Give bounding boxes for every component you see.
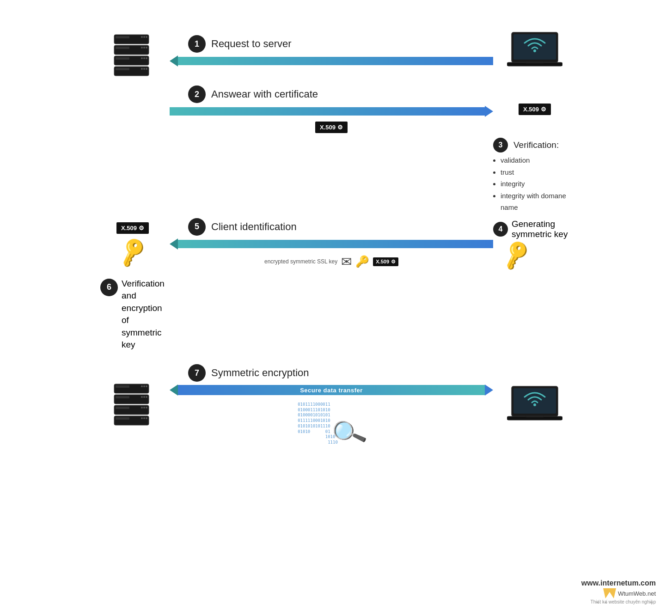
svg-rect-26 [116,385,129,388]
step6-left: 6 Verification and encryption of symmetr… [96,278,170,352]
svg-point-22 [533,49,536,52]
svg-marker-50 [603,588,616,598]
svg-rect-16 [116,68,129,70]
step5-text: Client identification [211,221,297,233]
step7-sublabel: Secure data transfer [300,387,363,394]
step5-center: 5 Client identification encrypted symmet… [170,218,493,269]
step7-shaft: Secure data transfer [178,385,485,395]
key-icon-step5: 🔑 [355,255,369,268]
svg-point-32 [141,396,143,398]
verif-item-4: integrity with domane name [501,190,576,213]
key-icon-left: 🔑 [115,235,150,269]
step1-center: 1 Request to server [170,35,493,67]
step6-row: 6 Verification and encryption of symmetr… [96,278,576,352]
step6-text: Verification and encryption of symmetric… [122,278,170,352]
svg-point-33 [143,396,145,398]
step2-label: 2 Answear with certificate [188,85,493,103]
step4-label-row: 4 Generating symmetric key [493,219,576,239]
svg-rect-1 [116,36,129,38]
watermark-brand-row: WtumWeb.net [581,588,656,598]
laptop-right-1 [493,30,576,72]
svg-point-44 [146,417,147,419]
cert-gear-2: ⚙ [337,124,343,131]
step7-circle: 7 [188,364,206,382]
watermark-brand: WtumWeb.net [618,590,656,597]
diagram-container: 1 Request to server [82,0,590,472]
step7-row: 7 Symmetric encryption Secure data trans… [96,364,576,445]
step3-row: 3 Verification: validation trust integri… [96,138,576,213]
svg-point-12 [141,57,143,59]
step7-arrowhead-left [170,384,178,396]
server-icon-7 [112,382,153,428]
svg-point-9 [146,47,147,49]
cert-badge-step2: X.509 ⚙ [315,122,348,133]
watermark-sub: Thiết kế website chuyên nghiệp [581,599,656,604]
svg-point-29 [146,385,147,387]
cert-badge-right: X.509 ⚙ [519,104,551,115]
svg-point-37 [141,407,143,409]
svg-rect-24 [525,61,544,63]
step2-text: Answear with certificate [211,88,318,100]
svg-rect-11 [116,57,129,60]
step5-arrowhead [170,238,178,250]
cert-gear-l: ⚙ [139,225,144,232]
watermark-url: www.internetum.com [581,579,656,587]
watermark: www.internetum.com WtumWeb.net Thiết kế … [581,579,656,604]
svg-point-18 [143,68,145,70]
svg-rect-41 [116,417,129,420]
svg-point-42 [141,417,143,419]
verification-list: validation trust integrity integrity wit… [493,154,576,213]
cert-badge-text-2: X.509 [320,124,336,131]
cert-badge-step5: X.509 ⚙ [373,257,398,266]
step1-label: 1 Request to server [188,35,493,53]
laptop-icon-1 [507,30,562,72]
step1-text: Request to server [211,38,292,50]
step5-label: 5 Client identification [188,218,493,236]
step2-arrow [170,106,493,117]
svg-point-43 [143,417,145,419]
svg-point-39 [146,407,147,409]
step5-left: X.509 ⚙ 🔑 [96,222,170,265]
step2-arrowhead [485,106,493,117]
verif-item-1: validation [501,154,576,166]
step1-arrow [170,55,493,67]
step7-arrowhead-right [485,384,493,396]
cert-badge-text-r: X.509 [523,106,539,113]
svg-rect-6 [116,47,129,49]
svg-point-19 [146,68,147,70]
step5-arrow [170,238,493,250]
svg-point-14 [146,57,147,59]
svg-point-4 [146,36,147,38]
laptop-right-7 [493,384,576,426]
svg-point-47 [533,403,536,406]
step6-label-row: 6 Verification and encryption of symmetr… [100,278,170,352]
spacer-3 [96,273,576,278]
step5-circle: 5 [188,218,206,236]
svg-rect-49 [525,415,544,417]
step1-shaft [178,57,493,65]
key-icon-step4: 🔑 [499,238,534,272]
cert-badge-left-6: X.509 ⚙ [116,222,149,234]
svg-point-13 [143,57,145,59]
step5-items: encrypted symmetric SSL key ✉ 🔑 X.509 ⚙ [170,254,493,269]
svg-point-27 [141,385,143,387]
laptop-icon-7 [507,384,562,426]
verif-item-3: integrity [501,178,576,190]
server-icon-1 [112,32,153,79]
encrypted-label: encrypted symmetric SSL key [264,258,337,265]
svg-point-3 [143,36,145,38]
server-left-7 [96,382,170,428]
svg-rect-31 [116,396,129,398]
step1-arrowhead [170,55,178,67]
spacer-1 [96,79,576,85]
envelope-icon: ✉ [341,254,352,269]
spacer-4 [96,355,576,364]
verif-item-2: trust [501,166,576,178]
step6-circle: 6 [100,279,118,296]
step2-shaft [170,107,485,116]
step2-right: X.509 ⚙ [493,104,576,115]
step3-label: 3 Verification: [493,138,576,152]
step7-center: 7 Symmetric encryption Secure data trans… [170,364,493,445]
step4-text: Generating symmetric key [512,219,576,239]
cert-badge-text-l: X.509 [121,225,137,232]
